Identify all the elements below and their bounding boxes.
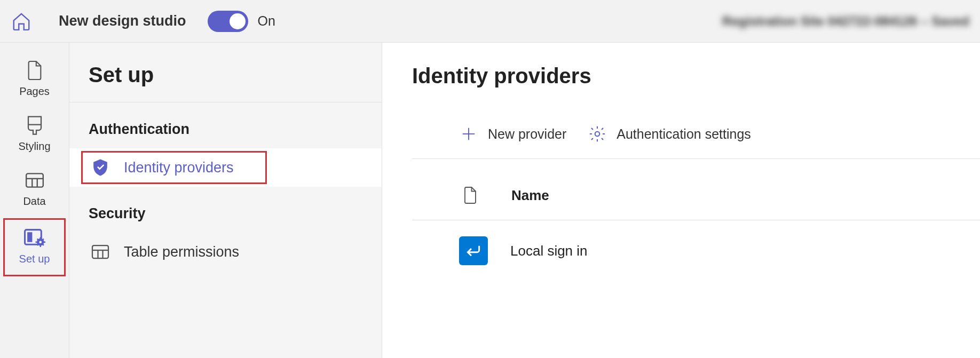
svg-rect-0: [26, 173, 43, 187]
new-provider-label: New provider: [488, 126, 566, 142]
rail-label: Data: [23, 195, 45, 208]
rail-item-styling[interactable]: Styling: [0, 107, 69, 162]
provider-name: Local sign in: [510, 243, 588, 259]
side-item-table-permissions[interactable]: Table permissions: [69, 233, 382, 271]
page-icon: [24, 60, 45, 81]
shield-check-icon: [91, 158, 110, 177]
plus-icon: [459, 124, 478, 144]
home-button[interactable]: [11, 11, 32, 32]
save-status: Registration Site 042722-084126 – Saved: [722, 14, 969, 29]
new-provider-button[interactable]: New provider: [459, 124, 566, 144]
auth-settings-label: Authentication settings: [617, 126, 751, 142]
rail-item-setup[interactable]: Set up: [3, 218, 66, 276]
topbar: New design studio On Registration Site 0…: [0, 0, 980, 43]
toggle-state-label: On: [258, 13, 275, 29]
nav-rail: Pages Styling: [0, 43, 69, 358]
svg-point-14: [595, 132, 600, 137]
column-header-name[interactable]: Name: [511, 187, 549, 204]
design-studio-toggle[interactable]: [208, 11, 248, 32]
brush-icon: [24, 115, 45, 136]
table-icon: [91, 242, 110, 261]
setup-icon: [24, 227, 45, 249]
rail-item-data[interactable]: Data: [0, 162, 69, 217]
home-icon: [11, 11, 31, 31]
section-header-security: Security: [69, 187, 382, 233]
return-icon: [459, 236, 488, 265]
content-area: Identity providers New provider: [382, 43, 980, 358]
page-icon: [462, 186, 481, 205]
side-item-label: Identity providers: [124, 160, 234, 176]
gear-icon: [588, 124, 607, 144]
toggle-knob: [230, 13, 246, 29]
design-studio-toggle-group: On: [208, 11, 275, 32]
provider-row-local-sign-in[interactable]: Local sign in: [412, 220, 980, 276]
rail-label: Pages: [19, 85, 50, 98]
table-icon: [24, 170, 45, 191]
svg-point-7: [39, 241, 42, 243]
side-item-label: Table permissions: [124, 244, 239, 260]
rail-label: Set up: [19, 253, 50, 265]
rail-label: Styling: [18, 140, 50, 153]
svg-rect-8: [92, 245, 108, 258]
svg-rect-5: [27, 232, 32, 242]
content-title: Identity providers: [412, 64, 980, 88]
setup-side-panel: Set up Authentication Identity providers…: [69, 43, 382, 358]
auth-settings-button[interactable]: Authentication settings: [588, 124, 751, 144]
list-header: Name: [412, 159, 980, 220]
side-panel-title: Set up: [69, 58, 382, 102]
content-toolbar: New provider Authentication settings: [412, 114, 980, 159]
rail-item-pages[interactable]: Pages: [0, 52, 69, 107]
section-header-authentication: Authentication: [69, 102, 382, 148]
side-item-identity-providers[interactable]: Identity providers: [69, 148, 382, 187]
app-title: New design studio: [59, 13, 186, 29]
